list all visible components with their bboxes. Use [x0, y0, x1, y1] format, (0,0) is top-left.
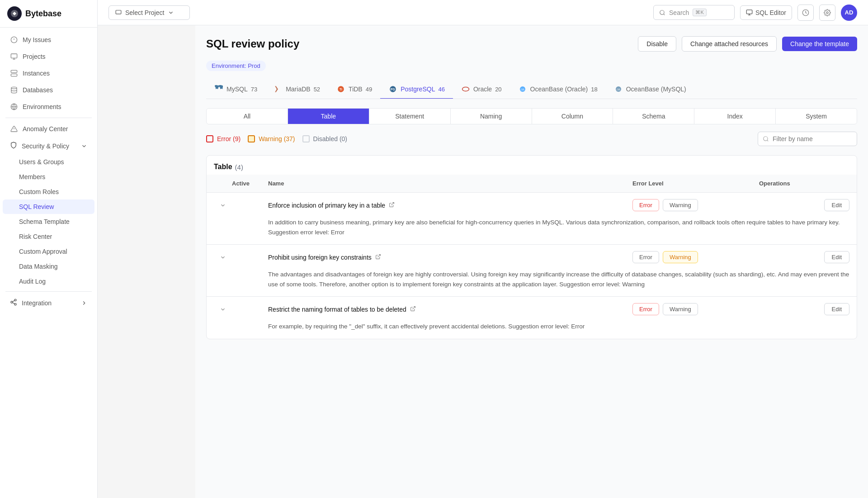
db-tab-label: MariaDB	[286, 85, 310, 93]
rule-description: The advantages and disadvantages of fore…	[207, 270, 857, 296]
sidebar-item-security-policy[interactable]: Security & Policy	[3, 138, 94, 154]
cat-tab-naming[interactable]: Naming	[451, 109, 532, 124]
expand-button[interactable]	[214, 254, 232, 261]
filter-input[interactable]	[758, 132, 857, 146]
svg-point-17	[11, 301, 13, 303]
error-level-warning-btn[interactable]: Warning	[663, 251, 698, 263]
anomaly-icon	[10, 125, 18, 133]
history-button[interactable]	[797, 5, 814, 21]
sidebar-item-instances[interactable]: Instances	[3, 65, 94, 81]
sidebar-item-users-groups[interactable]: Users & Groups	[3, 155, 94, 169]
sidebar-item-anomaly-center[interactable]: Anomaly Center	[3, 121, 94, 137]
error-filter[interactable]: Error (9)	[206, 135, 241, 142]
external-link-icon[interactable]	[389, 202, 395, 209]
edit-button[interactable]: Edit	[824, 303, 849, 315]
svg-rect-8	[11, 74, 17, 76]
sidebar-item-my-issues[interactable]: My Issues	[3, 32, 94, 48]
oracle-icon	[461, 85, 470, 94]
environment-badge: Environment: Prod	[206, 61, 266, 71]
warning-checkbox-box	[248, 135, 255, 142]
page-actions: Disable Change attached resources Change…	[638, 36, 857, 52]
section-title: Table	[214, 163, 232, 171]
error-level-error-btn[interactable]: Error	[632, 251, 659, 263]
logo: Bytebase	[0, 0, 97, 28]
sidebar-item-schema-template[interactable]: Schema Template	[3, 214, 94, 229]
cat-tab-table[interactable]: Table	[288, 109, 369, 124]
warning-filter[interactable]: Warning (37)	[248, 135, 295, 142]
sidebar-item-custom-roles[interactable]: Custom Roles	[3, 185, 94, 199]
mysql-icon	[214, 85, 223, 94]
sql-editor-button[interactable]: SQL Editor	[740, 5, 792, 20]
sidebar-item-sql-review[interactable]: SQL Review	[3, 199, 94, 214]
svg-text:OB: OB	[617, 88, 620, 91]
sidebar-item-data-masking[interactable]: Data Masking	[3, 259, 94, 274]
error-level-warning-btn[interactable]: Warning	[663, 199, 698, 211]
external-link-icon[interactable]	[410, 306, 416, 313]
disabled-checkbox-box	[302, 135, 310, 142]
sidebar-item-environments[interactable]: Environments	[3, 99, 94, 115]
error-level-error-btn[interactable]: Error	[632, 303, 659, 315]
disabled-filter[interactable]: Disabled (0)	[302, 135, 347, 142]
error-level-buttons: Error Warning	[632, 303, 759, 315]
sidebar-item-integration[interactable]: Integration	[3, 294, 94, 311]
db-tab-mysql[interactable]: MySQL 73	[206, 80, 265, 99]
db-tab-mariadb[interactable]: MariaDB 52	[265, 80, 328, 99]
db-tab-label: TiDB	[349, 85, 363, 93]
cat-tab-statement[interactable]: Statement	[369, 109, 451, 124]
col-header-active: Active	[232, 180, 268, 187]
project-select[interactable]: Select Project	[108, 5, 190, 20]
error-level-error-btn[interactable]: Error	[632, 199, 659, 211]
svg-point-16	[14, 299, 16, 301]
rule-name: Restrict the naming format of tables to …	[268, 306, 632, 313]
db-tab-oceanbase-mysql[interactable]: OB OceanBase (MySQL)	[606, 80, 694, 99]
svg-line-39	[377, 254, 380, 257]
rule-description: In addition to carry business meaning, p…	[207, 218, 857, 244]
sidebar: Bytebase My Issues Projects Instances Da…	[0, 0, 98, 498]
col-header-error-level: Error Level	[632, 180, 759, 187]
edit-button[interactable]: Edit	[824, 251, 849, 263]
change-resources-button[interactable]: Change attached resources	[682, 36, 777, 52]
sidebar-item-label: Security & Policy	[22, 142, 69, 150]
db-tab-postgresql[interactable]: PG PostgreSQL 46	[380, 80, 453, 99]
cat-tab-index[interactable]: Index	[694, 109, 776, 124]
sidebar-item-label: My Issues	[23, 36, 51, 43]
sidebar-item-audit-log[interactable]: Audit Log	[3, 274, 94, 289]
col-header-name: Name	[268, 180, 632, 187]
sidebar-item-members[interactable]: Members	[3, 170, 94, 184]
db-tab-oceanbase-oracle[interactable]: OB OceanBase (Oracle) 18	[510, 80, 606, 99]
sidebar-item-custom-approval[interactable]: Custom Approval	[3, 244, 94, 259]
db-tab-tidb[interactable]: Ti TiDB 49	[328, 80, 380, 99]
cat-tab-all[interactable]: All	[207, 109, 288, 124]
sidebar-item-databases[interactable]: Databases	[3, 82, 94, 98]
search-box[interactable]: Search ⌘K	[653, 5, 735, 20]
cat-tab-schema[interactable]: Schema	[613, 109, 694, 124]
svg-point-22	[660, 10, 664, 14]
error-level-warning-btn[interactable]: Warning	[663, 303, 698, 315]
db-tab-count: 20	[495, 86, 501, 93]
cat-tab-system[interactable]: System	[776, 109, 857, 124]
svg-text:PG: PG	[391, 88, 395, 91]
sidebar-item-label: Databases	[23, 86, 53, 94]
expand-button[interactable]	[214, 202, 232, 209]
external-link-icon[interactable]	[375, 254, 381, 261]
sidebar-item-label: Integration	[22, 299, 52, 307]
svg-line-20	[13, 300, 15, 302]
section-count: (4)	[235, 163, 243, 171]
rule-main-row: Restrict the naming format of tables to …	[207, 297, 857, 322]
db-tabs: MySQL 73 MariaDB 52 Ti TiDB 49 PG Postgr…	[206, 80, 857, 99]
expand-button[interactable]	[214, 306, 232, 313]
warning-filter-label: Warning (37)	[259, 135, 295, 142]
sidebar-item-risk-center[interactable]: Risk Center	[3, 229, 94, 244]
sidebar-item-projects[interactable]: Projects	[3, 48, 94, 65]
svg-rect-7	[11, 70, 17, 72]
table-row: Restrict the naming format of tables to …	[207, 297, 857, 339]
edit-button[interactable]: Edit	[824, 199, 849, 211]
db-tab-oracle[interactable]: Oracle 20	[453, 80, 510, 99]
disable-button[interactable]: Disable	[638, 36, 676, 52]
table-section-header: Table (4)	[207, 156, 857, 175]
error-filter-label: Error (9)	[217, 135, 241, 142]
settings-button[interactable]	[819, 5, 835, 21]
avatar[interactable]: AD	[841, 5, 857, 21]
change-template-button[interactable]: Change the template	[782, 37, 857, 51]
cat-tab-column[interactable]: Column	[532, 109, 613, 124]
